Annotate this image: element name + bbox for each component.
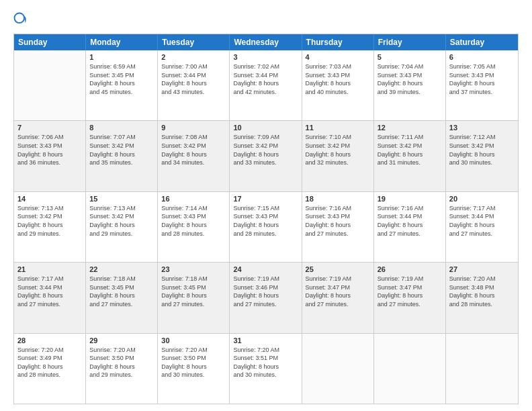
calendar-week-2: 7Sunrise: 7:06 AM Sunset: 3:43 PM Daylig… xyxy=(14,121,518,191)
day-number: 28 xyxy=(17,336,82,345)
calendar-day-14: 14Sunrise: 7:13 AM Sunset: 3:42 PM Dayli… xyxy=(14,192,86,262)
calendar-day-3: 3Sunrise: 7:02 AM Sunset: 3:44 PM Daylig… xyxy=(230,50,302,120)
day-info: Sunrise: 7:19 AM Sunset: 3:46 PM Dayligh… xyxy=(233,275,298,308)
calendar-day-5: 5Sunrise: 7:04 AM Sunset: 3:43 PM Daylig… xyxy=(374,50,446,120)
day-number: 15 xyxy=(89,195,154,203)
day-info: Sunrise: 7:14 AM Sunset: 3:43 PM Dayligh… xyxy=(161,204,226,238)
calendar-day-26: 26Sunrise: 7:19 AM Sunset: 3:47 PM Dayli… xyxy=(374,263,446,332)
day-info: Sunrise: 7:15 AM Sunset: 3:43 PM Dayligh… xyxy=(233,204,298,238)
calendar-week-3: 14Sunrise: 7:13 AM Sunset: 3:42 PM Dayli… xyxy=(14,192,518,263)
day-number: 17 xyxy=(233,195,298,203)
day-number: 10 xyxy=(233,124,298,132)
calendar-day-31: 31Sunrise: 7:20 AM Sunset: 3:51 PM Dayli… xyxy=(230,334,302,404)
calendar-week-4: 21Sunrise: 7:17 AM Sunset: 3:44 PM Dayli… xyxy=(14,263,518,333)
day-number: 18 xyxy=(306,195,370,203)
day-number: 19 xyxy=(378,195,442,203)
calendar-day-12: 12Sunrise: 7:11 AM Sunset: 3:42 PM Dayli… xyxy=(374,121,446,191)
day-info: Sunrise: 7:09 AM Sunset: 3:42 PM Dayligh… xyxy=(233,133,298,167)
calendar-day-17: 17Sunrise: 7:15 AM Sunset: 3:43 PM Dayli… xyxy=(230,192,302,262)
weekday-header-thursday: Thursday xyxy=(302,34,374,50)
day-info: Sunrise: 7:00 AM Sunset: 3:44 PM Dayligh… xyxy=(161,62,226,96)
day-info: Sunrise: 7:04 AM Sunset: 3:43 PM Dayligh… xyxy=(378,62,442,96)
day-number: 20 xyxy=(449,195,515,203)
calendar-day-empty xyxy=(374,334,446,404)
weekday-header-friday: Friday xyxy=(374,34,446,50)
day-info: Sunrise: 7:16 AM Sunset: 3:43 PM Dayligh… xyxy=(306,204,370,238)
logo xyxy=(13,12,31,27)
calendar: SundayMondayTuesdayWednesdayThursdayFrid… xyxy=(13,34,519,404)
day-info: Sunrise: 7:08 AM Sunset: 3:42 PM Dayligh… xyxy=(161,133,226,167)
calendar-day-2: 2Sunrise: 7:00 AM Sunset: 3:44 PM Daylig… xyxy=(158,50,230,120)
calendar-day-27: 27Sunrise: 7:20 AM Sunset: 3:48 PM Dayli… xyxy=(446,263,518,332)
day-info: Sunrise: 7:20 AM Sunset: 3:50 PM Dayligh… xyxy=(161,346,226,379)
calendar-header: SundayMondayTuesdayWednesdayThursdayFrid… xyxy=(14,34,518,50)
day-number: 1 xyxy=(89,53,154,61)
day-info: Sunrise: 7:20 AM Sunset: 3:49 PM Dayligh… xyxy=(17,346,82,379)
calendar-day-11: 11Sunrise: 7:10 AM Sunset: 3:42 PM Dayli… xyxy=(302,121,374,191)
weekday-header-sunday: Sunday xyxy=(14,34,86,50)
day-number: 21 xyxy=(17,265,82,273)
calendar-day-18: 18Sunrise: 7:16 AM Sunset: 3:43 PM Dayli… xyxy=(302,192,374,262)
calendar-day-19: 19Sunrise: 7:16 AM Sunset: 3:44 PM Dayli… xyxy=(374,192,446,262)
day-info: Sunrise: 7:13 AM Sunset: 3:42 PM Dayligh… xyxy=(17,204,82,238)
header xyxy=(13,12,519,27)
page: SundayMondayTuesdayWednesdayThursdayFrid… xyxy=(0,0,532,411)
day-number: 31 xyxy=(233,336,298,345)
day-info: Sunrise: 7:06 AM Sunset: 3:43 PM Dayligh… xyxy=(17,133,82,167)
calendar-week-5: 28Sunrise: 7:20 AM Sunset: 3:49 PM Dayli… xyxy=(14,334,518,404)
day-info: Sunrise: 7:02 AM Sunset: 3:44 PM Dayligh… xyxy=(233,62,298,96)
day-info: Sunrise: 7:18 AM Sunset: 3:45 PM Dayligh… xyxy=(161,275,226,308)
weekday-header-wednesday: Wednesday xyxy=(230,34,302,50)
calendar-day-24: 24Sunrise: 7:19 AM Sunset: 3:46 PM Dayli… xyxy=(230,263,302,332)
day-number: 8 xyxy=(89,124,154,132)
calendar-day-20: 20Sunrise: 7:17 AM Sunset: 3:44 PM Dayli… xyxy=(446,192,518,262)
svg-point-0 xyxy=(14,13,24,23)
weekday-header-saturday: Saturday xyxy=(446,34,518,50)
weekday-header-tuesday: Tuesday xyxy=(158,34,230,50)
calendar-day-4: 4Sunrise: 7:03 AM Sunset: 3:43 PM Daylig… xyxy=(302,50,374,120)
calendar-day-empty xyxy=(446,334,518,404)
calendar-day-10: 10Sunrise: 7:09 AM Sunset: 3:42 PM Dayli… xyxy=(230,121,302,191)
calendar-week-1: 1Sunrise: 6:59 AM Sunset: 3:45 PM Daylig… xyxy=(14,50,518,121)
day-number: 9 xyxy=(161,124,226,132)
day-number: 13 xyxy=(449,124,515,132)
calendar-day-1: 1Sunrise: 6:59 AM Sunset: 3:45 PM Daylig… xyxy=(86,50,158,120)
day-info: Sunrise: 7:18 AM Sunset: 3:45 PM Dayligh… xyxy=(89,275,154,308)
calendar-day-30: 30Sunrise: 7:20 AM Sunset: 3:50 PM Dayli… xyxy=(158,334,230,404)
weekday-header-monday: Monday xyxy=(86,34,158,50)
day-info: Sunrise: 7:19 AM Sunset: 3:47 PM Dayligh… xyxy=(306,275,370,308)
day-info: Sunrise: 7:16 AM Sunset: 3:44 PM Dayligh… xyxy=(378,204,442,238)
day-info: Sunrise: 7:20 AM Sunset: 3:51 PM Dayligh… xyxy=(233,346,298,379)
calendar-day-8: 8Sunrise: 7:07 AM Sunset: 3:42 PM Daylig… xyxy=(86,121,158,191)
day-number: 5 xyxy=(378,53,442,61)
day-info: Sunrise: 7:20 AM Sunset: 3:50 PM Dayligh… xyxy=(89,346,154,379)
day-number: 30 xyxy=(161,336,226,345)
calendar-day-6: 6Sunrise: 7:05 AM Sunset: 3:43 PM Daylig… xyxy=(446,50,518,120)
day-number: 27 xyxy=(449,265,515,273)
calendar-day-21: 21Sunrise: 7:17 AM Sunset: 3:44 PM Dayli… xyxy=(14,263,86,332)
calendar-body: 1Sunrise: 6:59 AM Sunset: 3:45 PM Daylig… xyxy=(14,50,518,404)
day-number: 25 xyxy=(306,265,370,273)
day-number: 22 xyxy=(89,265,154,273)
day-number: 16 xyxy=(161,195,226,203)
day-info: Sunrise: 6:59 AM Sunset: 3:45 PM Dayligh… xyxy=(89,62,154,96)
calendar-day-22: 22Sunrise: 7:18 AM Sunset: 3:45 PM Dayli… xyxy=(86,263,158,332)
day-number: 23 xyxy=(161,265,226,273)
calendar-day-7: 7Sunrise: 7:06 AM Sunset: 3:43 PM Daylig… xyxy=(14,121,86,191)
day-number: 4 xyxy=(306,53,370,61)
day-info: Sunrise: 7:12 AM Sunset: 3:42 PM Dayligh… xyxy=(449,133,515,167)
day-number: 6 xyxy=(449,53,515,61)
day-number: 2 xyxy=(161,53,226,61)
day-number: 12 xyxy=(378,124,442,132)
calendar-day-23: 23Sunrise: 7:18 AM Sunset: 3:45 PM Dayli… xyxy=(158,263,230,332)
calendar-day-13: 13Sunrise: 7:12 AM Sunset: 3:42 PM Dayli… xyxy=(446,121,518,191)
calendar-day-28: 28Sunrise: 7:20 AM Sunset: 3:49 PM Dayli… xyxy=(14,334,86,404)
day-number: 3 xyxy=(233,53,298,61)
day-info: Sunrise: 7:05 AM Sunset: 3:43 PM Dayligh… xyxy=(449,62,515,96)
calendar-day-empty xyxy=(14,50,86,120)
day-number: 7 xyxy=(17,124,82,132)
day-number: 29 xyxy=(89,336,154,345)
calendar-day-empty xyxy=(302,334,374,404)
day-number: 14 xyxy=(17,195,82,203)
day-info: Sunrise: 7:20 AM Sunset: 3:48 PM Dayligh… xyxy=(449,275,515,308)
